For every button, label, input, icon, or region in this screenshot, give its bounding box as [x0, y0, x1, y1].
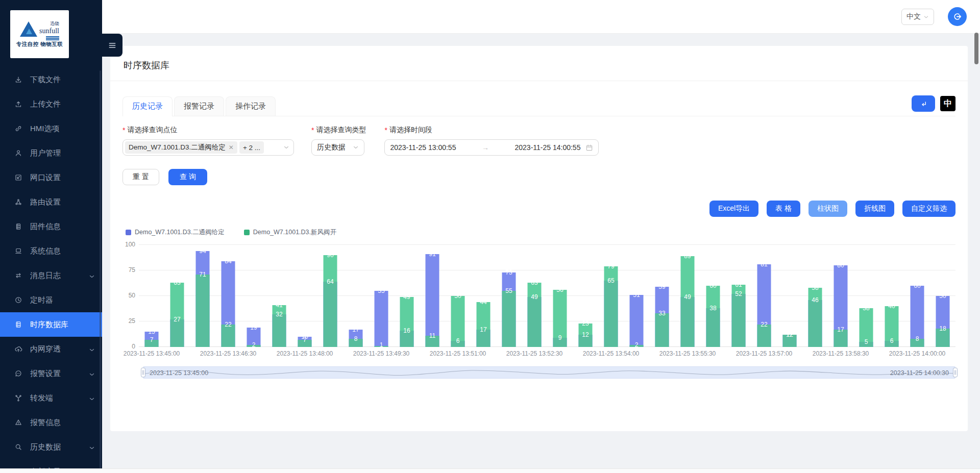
bar-slot-29[interactable]: 640 [879, 245, 904, 347]
chevron-down-icon [88, 444, 94, 450]
bar-series1 [630, 295, 644, 347]
sidebar-item-label: 用户管理 [30, 148, 61, 158]
chevron-down-icon [283, 144, 289, 151]
user-avatar[interactable] [948, 7, 967, 26]
query-point-multiselect[interactable]: Demo_W7.1001.D3.二通阀给定 ✕ + 2 ... [122, 139, 294, 156]
firmware-icon [14, 222, 22, 231]
bar-slot-18[interactable]: 6579 [598, 245, 624, 347]
bar-slot-14[interactable]: 7355 [496, 245, 522, 347]
sidebar-item-15[interactable]: 历史数据 [0, 435, 102, 459]
legend-item-1[interactable]: Demo_W7.1001.D3.新风阀开 [244, 228, 336, 237]
bar-slot-10[interactable]: 1649 [394, 245, 420, 347]
bar-slot-5[interactable]: 3241 [266, 245, 292, 347]
sidebar-item-0[interactable]: 下载文件 [0, 67, 102, 92]
bar-slot-0[interactable]: 157 [139, 245, 164, 347]
brush-right-handle[interactable] [953, 368, 958, 378]
query-type-select[interactable]: 历史数据 [311, 139, 364, 156]
remove-tag-icon[interactable]: ✕ [229, 144, 234, 151]
sidebar-item-1[interactable]: 上传文件 [0, 92, 102, 116]
bar-slot-24[interactable]: 8122 [751, 245, 777, 347]
bar-slot-26[interactable]: 4658 [802, 245, 828, 347]
return-button[interactable] [912, 95, 935, 112]
chinese-toggle-button[interactable]: 中 [940, 96, 955, 111]
bar-slot-1[interactable]: 2763 [164, 245, 190, 347]
sidebar-item-6[interactable]: 固件信息 [0, 214, 102, 239]
bar-slot-23[interactable]: 5261 [726, 245, 751, 347]
language-select[interactable]: 中文 [901, 9, 934, 25]
horizontal-scroll-track[interactable] [0, 468, 980, 473]
bar-slot-8[interactable]: 178 [343, 245, 369, 347]
sidebar-item-5[interactable]: 路由设置 [0, 190, 102, 214]
range-start-value[interactable]: 2023-11-25 13:00:55 [390, 143, 456, 152]
query-button[interactable]: 查 询 [168, 169, 207, 185]
bar-slot-22[interactable]: 3860 [700, 245, 726, 347]
sidebar-item-11[interactable]: 内网穿透 [0, 337, 102, 361]
bar-slot-6[interactable]: 107 [292, 245, 317, 347]
tab-alarm-records[interactable]: 报警记录 [174, 96, 224, 116]
bar-slot-30[interactable]: 608 [904, 245, 930, 347]
query-type-value: 历史数据 [317, 143, 346, 152]
time-range-label: 请选择时间段 [389, 126, 432, 135]
x-axis-tick-label: 2023-11-25 14:00:00 [889, 350, 946, 357]
sidebar-collapse-button[interactable] [102, 34, 122, 57]
bar-slot-7[interactable]: 6490 [317, 245, 343, 347]
chart-action-2[interactable]: 柱状图 [808, 201, 847, 217]
chart-action-3[interactable]: 折线图 [855, 201, 894, 217]
bar-slot-27[interactable]: 8017 [828, 245, 853, 347]
sidebar-item-9[interactable]: 定时器 [0, 288, 102, 312]
sidebar-item-8[interactable]: 消息日志 [0, 263, 102, 288]
bar-value-label: 46 [802, 296, 828, 304]
bar-slot-31[interactable]: 5018 [930, 245, 955, 347]
tab-history-records[interactable]: 历史记录 [122, 96, 173, 116]
sidebar-scrollbar[interactable] [100, 70, 101, 470]
bar-slot-3[interactable]: 8422 [215, 245, 241, 347]
sidebar-item-12[interactable]: 报警设置 [0, 361, 102, 386]
bar-slot-15[interactable]: 4963 [522, 245, 547, 347]
bar-value-label: 44 [471, 298, 496, 306]
sidebar-item-10[interactable]: 时序数据库 [0, 312, 102, 337]
bar-value-label: 81 [751, 261, 777, 268]
bar-series1 [375, 291, 388, 347]
sidebar-item-3[interactable]: 用户管理 [0, 141, 102, 165]
bar-value-label: 49 [522, 293, 547, 301]
sidebar-item-4[interactable]: 网口设置 [0, 165, 102, 190]
bar-slot-19[interactable]: 512 [624, 245, 649, 347]
required-asterisk: * [384, 126, 387, 134]
chart-action-1[interactable]: 表 格 [767, 201, 800, 217]
bar-slot-12[interactable]: 650 [445, 245, 471, 347]
bar-slot-17[interactable]: 1223 [573, 245, 598, 347]
bar-chart: 0255075100157276394718422192324110764901… [122, 245, 955, 379]
bar-slot-11[interactable]: 9111 [420, 245, 445, 347]
sidebar-item-label: 报警设置 [30, 369, 61, 379]
sidebar-menu: 下载文件上传文件HMI选项用户管理网口设置路由设置固件信息系统信息消息日志定时器… [0, 67, 102, 473]
page-scrollbar[interactable] [974, 33, 978, 64]
bar-slot-28[interactable]: 538 [853, 245, 879, 347]
reset-button[interactable]: 重 置 [122, 169, 159, 185]
bar-slot-25[interactable]: 1212 [777, 245, 802, 347]
bar-slot-20[interactable]: 5933 [649, 245, 675, 347]
time-range-picker[interactable]: 2023-11-25 13:00:55 → 2023-11-25 14:00:5… [384, 139, 599, 156]
bar-slot-13[interactable]: 1744 [471, 245, 496, 347]
bar-slot-21[interactable]: 4989 [675, 245, 700, 347]
sidebar-item-7[interactable]: 系统信息 [0, 239, 102, 263]
range-end-value[interactable]: 2023-11-25 14:00:55 [514, 143, 580, 152]
sidebar-item-2[interactable]: HMI选项 [0, 116, 102, 141]
legend-label: Demo_W7.1001.D3.二通阀给定 [135, 228, 225, 237]
bar-slot-2[interactable]: 9471 [190, 245, 215, 347]
bar-value-label: 63 [522, 279, 547, 286]
bar-slot-9[interactable]: 551 [369, 245, 394, 347]
brush-left-handle[interactable] [141, 368, 145, 378]
bar-value-label: 41 [266, 302, 292, 309]
tab-operation-records[interactable]: 操作记录 [226, 96, 276, 116]
chart-action-4[interactable]: 自定义筛选 [902, 201, 955, 217]
bar-slot-16[interactable]: 956 [547, 245, 573, 347]
chart-zoom-brush[interactable]: 2023-11-25 13:45:00 2023-11-25 14:00:30 [143, 366, 955, 379]
chart-action-0[interactable]: Excel导出 [709, 201, 758, 217]
legend-item-0[interactable]: Demo_W7.1001.D3.二通阀给定 [126, 228, 225, 237]
sidebar-item-13[interactable]: 转发端 [0, 386, 102, 410]
sidebar-item-14[interactable]: 报警信息 [0, 410, 102, 435]
bar-slot-4[interactable]: 192 [241, 245, 266, 347]
bar-value-label: 90 [317, 252, 343, 259]
bar-value-label: 1 [369, 341, 394, 348]
more-points-tag[interactable]: + 2 ... [239, 141, 264, 154]
